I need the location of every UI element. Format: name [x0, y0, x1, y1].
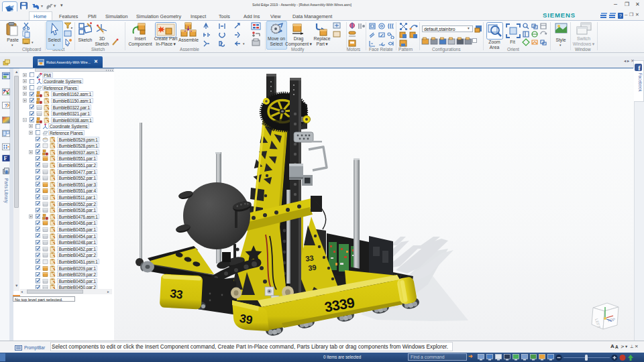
- svg-text:39: 39: [239, 311, 254, 326]
- svg-text:33: 33: [169, 286, 184, 301]
- svg-text:33: 33: [305, 253, 315, 263]
- svg-text:39: 39: [308, 263, 317, 272]
